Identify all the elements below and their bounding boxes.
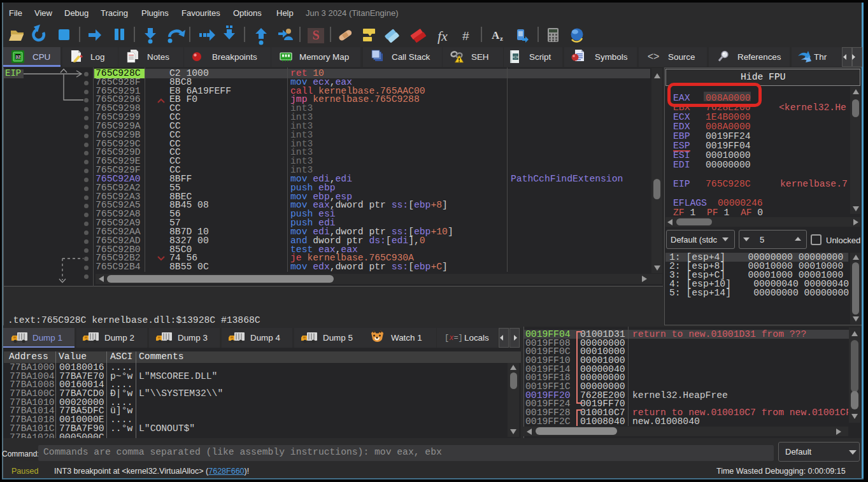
svg-text:<>: <>	[648, 51, 660, 62]
svg-text:#: #	[462, 29, 469, 43]
svg-text:[x=]: [x=]	[445, 334, 463, 343]
svg-text:32: 32	[15, 55, 20, 59]
svg-text:z: z	[500, 34, 503, 42]
svg-text:<>: <>	[513, 54, 519, 60]
svg-text:A: A	[492, 29, 500, 41]
svg-text:S: S	[312, 28, 319, 42]
svg-text:fx: fx	[438, 28, 448, 44]
